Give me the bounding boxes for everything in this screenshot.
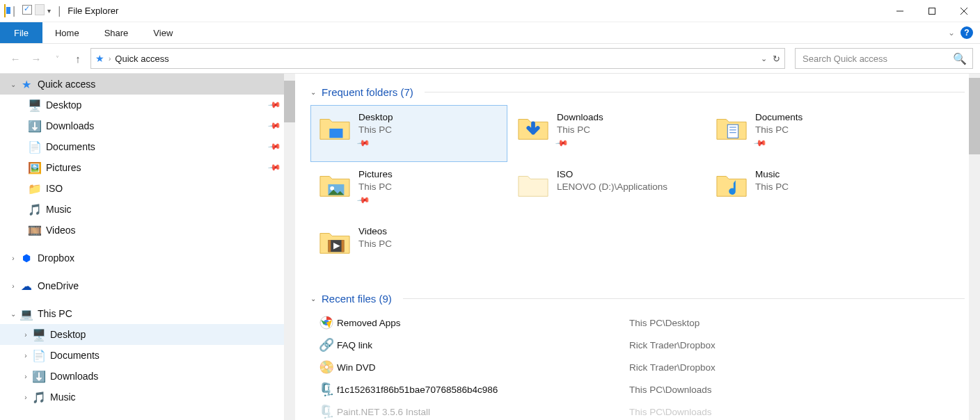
documents-icon: 📄 [32,349,46,362]
archive-icon: 🗜️ [316,404,337,419]
title-bar: | ▾ | File Explorer [0,0,980,22]
tree-label: Downloads [50,371,98,382]
tree-label: Documents [50,350,100,361]
file-path: Rick Trader\Dropbox [629,362,716,373]
nav-pc-documents[interactable]: › 📄 Documents [0,345,288,366]
nav-documents[interactable]: 📄 Documents 📌 [0,136,288,157]
tree-label: OneDrive [38,280,79,291]
nav-scrollbar[interactable] [284,74,295,420]
folder-desktop[interactable]: Desktop This PC 📌 [310,105,507,162]
pin-icon: 📌 [753,136,768,152]
expand-chevron-icon[interactable]: › [19,373,32,380]
music-icon: 🎵 [28,203,42,216]
nav-quick-access[interactable]: ⌄ ★ Quick access [0,74,288,95]
close-button[interactable] [948,0,980,22]
nav-onedrive[interactable]: › ☁ OneDrive [0,275,288,296]
maximize-button[interactable] [916,0,948,22]
expand-chevron-icon[interactable]: › [7,282,19,290]
folder-documents[interactable]: Documents This PC 📌 [707,105,904,162]
group-title: Frequent folders (7) [322,86,413,98]
folder-name: ISO [557,168,667,181]
folder-name: Desktop [358,111,393,124]
nav-iso[interactable]: 📁 ISO [0,178,288,199]
ribbon-collapse-chevron-icon[interactable]: ⌄ [948,28,955,38]
folder-name: Music [755,168,789,181]
chevron-down-icon[interactable]: ⌄ [310,295,316,302]
nav-this-pc[interactable]: ⌄ 💻 This PC [0,303,288,324]
file-path: This PC\Desktop [629,318,700,328]
nav-pc-downloads[interactable]: › ⬇️ Downloads [0,366,288,387]
frequent-folders-header[interactable]: ⌄ Frequent folders (7) [310,86,965,98]
expand-chevron-icon[interactable]: › [19,331,32,339]
ribbon: File Home Share View ⌄ ? [0,22,980,43]
nav-pc-music[interactable]: › 🎵 Music [0,387,288,407]
documents-icon: 📄 [28,140,42,154]
pictures-icon: 🖼️ [28,161,42,175]
nav-pc-desktop[interactable]: › 🖥️ Desktop [0,324,288,345]
share-tab[interactable]: Share [92,22,141,43]
nav-music[interactable]: 🎵 Music [0,199,288,220]
pin-icon: 📌 [555,136,570,152]
tree-label: Desktop [50,329,86,340]
recent-locations-chevron-icon[interactable]: ˅ [49,55,65,63]
collapse-chevron-icon[interactable]: ⌄ [7,310,19,318]
star-icon: ★ [19,78,33,91]
dropbox-icon: ⬢ [19,252,33,264]
videos-icon: 🎞️ [28,224,42,237]
back-button[interactable]: ← [7,53,24,65]
svg-rect-1 [929,8,935,15]
nav-address-row: ← → ˅ ↑ ★ › Quick access ⌄ ↻ 🔍 [0,43,980,74]
qat-customize-chevron-icon[interactable]: ▾ [47,7,51,15]
recent-file[interactable]: 🔗 FAQ link Rick Trader\Dropbox [316,334,965,356]
chevron-right-icon[interactable]: › [109,55,111,63]
recent-file[interactable]: 🗜️ f1c152631f86b51bae70768586b4c986 This… [316,378,965,401]
this-pc-icon: 💻 [19,307,33,321]
folder-location: This PC [358,124,393,136]
desktop-icon: 🖥️ [32,328,46,341]
search-box[interactable]: 🔍 [795,48,973,69]
folder-location: This PC [755,181,789,193]
recent-file[interactable]: 📀 Win DVD Rick Trader\Dropbox [316,356,965,378]
up-button[interactable]: ↑ [70,53,86,65]
folder-location: This PC [358,181,393,193]
nav-dropbox[interactable]: › ⬢ Dropbox [0,248,288,268]
chevron-down-icon[interactable]: ⌄ [310,88,316,96]
address-dropdown-chevron-icon[interactable]: ⌄ [761,54,767,63]
recent-file[interactable]: 🗜️ Paint.NET 3.5.6 Install This PC\Downl… [316,401,965,420]
tree-label: Videos [46,225,76,236]
content-scrollbar[interactable] [969,74,980,420]
new-folder-qat-icon[interactable] [35,4,45,18]
view-tab[interactable]: View [141,22,185,43]
home-tab[interactable]: Home [42,22,92,43]
address-bar[interactable]: ★ › Quick access ⌄ ↻ [90,48,785,69]
folder-music-icon [715,168,748,202]
folder-pictures[interactable]: Pictures This PC 📌 [310,162,507,219]
expand-chevron-icon[interactable]: › [7,255,19,262]
folder-videos[interactable]: Videos This PC [310,219,507,276]
refresh-button[interactable]: ↻ [773,54,780,64]
folder-downloads[interactable]: Downloads This PC 📌 [509,105,706,162]
archive-icon: 🗜️ [316,382,337,397]
recent-file[interactable]: Removed Apps This PC\Desktop [316,312,965,334]
folder-music[interactable]: Music This PC [707,162,904,219]
nav-videos[interactable]: 🎞️ Videos [0,220,288,241]
collapse-chevron-icon[interactable]: ⌄ [7,81,19,88]
search-input[interactable] [801,53,953,65]
file-explorer-icon [4,5,6,17]
expand-chevron-icon[interactable]: › [19,394,32,401]
folder-iso[interactable]: ISO LENOVO (D:)\Applications [509,162,706,219]
file-path: This PC\Downloads [629,407,712,417]
help-button[interactable]: ? [961,26,973,39]
nav-downloads[interactable]: ⬇️ Downloads 📌 [0,115,288,136]
search-icon[interactable]: 🔍 [953,52,967,65]
nav-desktop[interactable]: 🖥️ Desktop 📌 [0,95,288,115]
forward-button[interactable]: → [28,53,45,65]
pin-icon: 📌 [356,136,372,152]
file-tab[interactable]: File [0,22,42,43]
minimize-button[interactable] [884,0,916,22]
nav-pictures[interactable]: 🖼️ Pictures 📌 [0,157,288,178]
recent-files-header[interactable]: ⌄ Recent files (9) [310,293,965,305]
expand-chevron-icon[interactable]: › [19,352,32,360]
properties-qat-icon[interactable] [22,5,32,17]
divider [425,92,965,92]
